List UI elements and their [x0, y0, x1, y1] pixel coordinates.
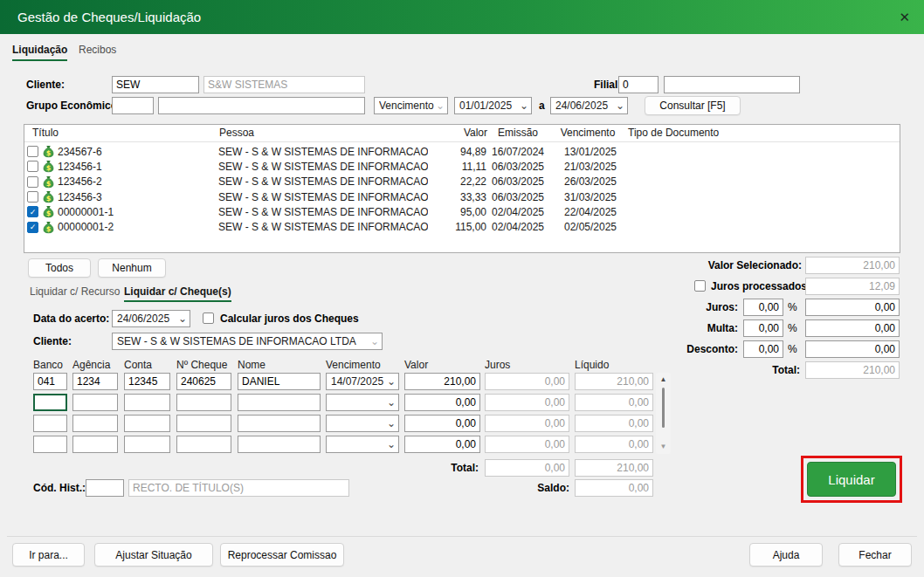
- cod-hist-label: Cód. Hist.:: [33, 479, 86, 497]
- chevron-down-icon: ⌄: [520, 101, 528, 110]
- calcular-juros-checkbox[interactable]: [203, 313, 214, 324]
- juros-pct-input[interactable]: [743, 299, 783, 316]
- ajustar-situacao-button[interactable]: Ajustar Situação: [94, 543, 213, 567]
- juros-processados-field: [805, 278, 900, 295]
- chevron-down-icon: ⌄: [387, 398, 396, 407]
- table-row[interactable]: $123456-1SEW - S & W SISTEMAS DE INFORMA…: [24, 159, 900, 174]
- agencia-input[interactable]: [72, 373, 118, 390]
- cheque-row: ⌄: [33, 436, 653, 453]
- reprocessar-comissao-button[interactable]: Reprocessar Comissao: [220, 543, 344, 567]
- numero-cheque-input[interactable]: [176, 373, 231, 390]
- data-acerto-select[interactable]: 24/06/2025 ⌄: [112, 310, 190, 327]
- cheque-vencimento-select[interactable]: 14/07/2025⌄: [326, 373, 399, 390]
- tab-liquidacao[interactable]: Liquidação: [12, 44, 67, 61]
- close-icon[interactable]: ✕: [899, 0, 910, 34]
- cheque-vencimento-select[interactable]: ⌄: [326, 415, 399, 432]
- banco-input[interactable]: [33, 436, 67, 453]
- conta-input[interactable]: [124, 436, 170, 453]
- periodo-select[interactable]: Vencimento ⌄: [374, 97, 448, 114]
- cheque-vencimento-select[interactable]: ⌄: [326, 394, 399, 411]
- nome-input[interactable]: [238, 394, 321, 411]
- cheque-valor-input[interactable]: [404, 394, 480, 411]
- grupo-name-input[interactable]: [158, 97, 365, 114]
- cheque-liquido-field: [575, 373, 653, 390]
- svg-text:$: $: [46, 210, 52, 217]
- conta-input[interactable]: [124, 415, 170, 432]
- ir-para-button[interactable]: Ir para...: [12, 543, 85, 567]
- numero-cheque-input[interactable]: [176, 394, 231, 411]
- agencia-input[interactable]: [72, 394, 118, 411]
- conta-input[interactable]: [124, 394, 170, 411]
- col-pessoa: Pessoa: [219, 125, 254, 141]
- nome-input[interactable]: [238, 436, 321, 453]
- col-titulo: Título: [32, 125, 59, 141]
- date-to-select[interactable]: 24/06/2025 ⌄: [550, 97, 628, 114]
- juros-processados-checkbox[interactable]: [694, 280, 706, 292]
- cod-hist-code-input[interactable]: [86, 479, 124, 497]
- nome-input[interactable]: [238, 415, 321, 432]
- grupo-code-input[interactable]: [112, 97, 154, 114]
- cheque-valor-input[interactable]: [404, 373, 480, 390]
- agencia-input[interactable]: [72, 436, 118, 453]
- subtab-liquidar-recurso[interactable]: Liquidar c/ Recurso: [30, 285, 120, 300]
- emissao-cell: 16/07/2024: [486, 146, 549, 158]
- desconto-value-input[interactable]: [805, 340, 900, 358]
- cheque-valor-input[interactable]: [404, 436, 480, 453]
- pessoa-cell: SEW - S & W SISTEMAS DE INFORMACAO LTDA: [218, 191, 428, 203]
- agencia-input[interactable]: [72, 415, 118, 432]
- multa-pct-input[interactable]: [743, 319, 783, 337]
- tab-recibos[interactable]: Recibos: [79, 44, 116, 59]
- table-row[interactable]: ✓$00000001-2SEW - S & W SISTEMAS DE INFO…: [24, 219, 900, 234]
- titulo-cell: 123456-2: [58, 175, 218, 188]
- desconto-pct-input[interactable]: [743, 340, 783, 358]
- table-row[interactable]: ✓$00000001-1SEW - S & W SISTEMAS DE INFO…: [24, 204, 900, 219]
- table-row[interactable]: $123456-2SEW - S & W SISTEMAS DE INFORMA…: [24, 175, 900, 189]
- acerto-cliente-select[interactable]: SEW - S & W SISTEMAS DE INFORMACAO LTDA …: [112, 333, 383, 350]
- numero-cheque-input[interactable]: [176, 436, 231, 453]
- row-checkbox[interactable]: [27, 146, 38, 157]
- valor-cell: 94,89: [428, 146, 486, 158]
- range-separator: a: [539, 97, 545, 114]
- nenhum-button[interactable]: Nenhum: [98, 258, 166, 278]
- emissao-cell: 06/03/2025: [486, 175, 549, 188]
- row-checkbox[interactable]: [27, 176, 38, 188]
- banco-input[interactable]: [33, 415, 67, 432]
- scroll-up-icon[interactable]: ▲: [656, 374, 671, 385]
- cheque-valor-input[interactable]: [404, 415, 480, 432]
- scroll-down-icon[interactable]: ▼: [656, 442, 671, 452]
- grid-col-banco: Banco: [33, 359, 63, 371]
- row-checkbox[interactable]: ✓: [27, 206, 38, 217]
- cheque-vencimento-select[interactable]: ⌄: [326, 436, 399, 453]
- svg-text:$: $: [46, 195, 52, 203]
- row-checkbox[interactable]: ✓: [27, 222, 38, 233]
- table-row[interactable]: $123456-3SEW - S & W SISTEMAS DE INFORMA…: [24, 189, 900, 204]
- vencimento-cell: 02/05/2025: [556, 221, 624, 233]
- juros-value-input[interactable]: [805, 299, 900, 316]
- cheque-row: ⌄: [33, 415, 653, 432]
- liquidar-button[interactable]: Liquidar: [807, 462, 896, 497]
- cliente-code-input[interactable]: [112, 76, 199, 93]
- table-row[interactable]: $234567-6SEW - S & W SISTEMAS DE INFORMA…: [24, 144, 900, 159]
- grupo-economico-label: Grupo Econômico:: [26, 97, 121, 114]
- consultar-button[interactable]: Consultar [F5]: [645, 96, 741, 115]
- banco-input[interactable]: [33, 373, 67, 390]
- row-checkbox[interactable]: [27, 161, 38, 172]
- col-tipo-documento: Tipo de Documento: [628, 125, 719, 141]
- filial-name-input[interactable]: [664, 76, 800, 93]
- subtab-liquidar-cheques[interactable]: Liquidar c/ Cheque(s): [124, 285, 231, 302]
- scrollbar-thumb[interactable]: [662, 388, 665, 428]
- grid-scrollbar[interactable]: ▲ ▼: [656, 373, 671, 454]
- banco-input[interactable]: [33, 394, 67, 411]
- numero-cheque-input[interactable]: [176, 415, 231, 432]
- titulo-cell: 123456-3: [58, 191, 218, 203]
- multa-value-input[interactable]: [805, 319, 900, 337]
- filial-code-input[interactable]: [618, 76, 659, 93]
- fechar-button[interactable]: Fechar: [838, 543, 912, 567]
- date-from-select[interactable]: 01/01/2025 ⌄: [454, 97, 532, 114]
- ajuda-button[interactable]: Ajuda: [749, 543, 823, 567]
- todos-button[interactable]: Todos: [28, 258, 91, 278]
- conta-input[interactable]: [124, 373, 170, 390]
- nome-input[interactable]: [238, 373, 321, 390]
- grid-col-conta: Conta: [124, 359, 152, 371]
- row-checkbox[interactable]: [27, 191, 38, 203]
